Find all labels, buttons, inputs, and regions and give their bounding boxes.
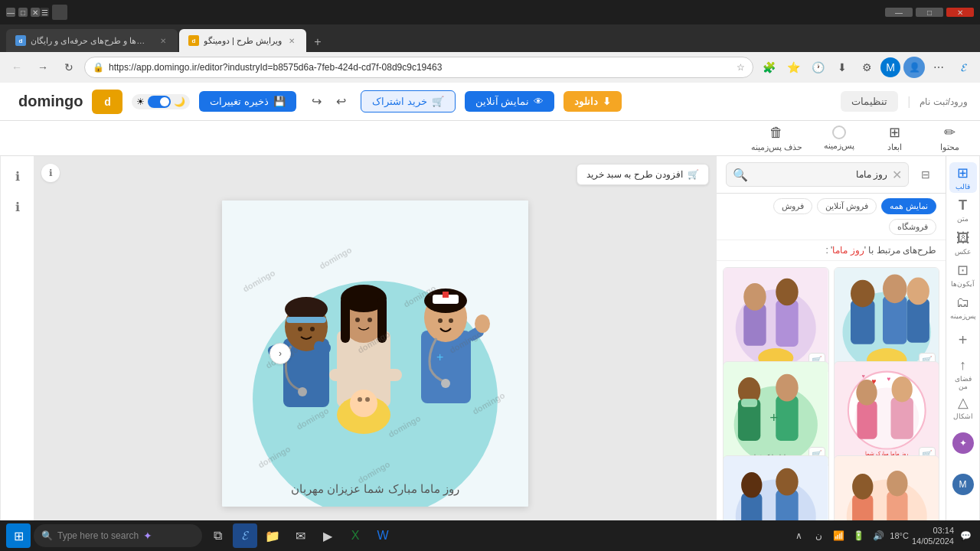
sidebar-shapes[interactable]: △ اشکال bbox=[949, 392, 977, 422]
bookmark-btn[interactable]: ⭐ bbox=[782, 57, 804, 78]
template-card-3[interactable]: ♥ ♥ ♥ روز ماما مبارک شما 🛒 bbox=[834, 361, 940, 468]
preview-btn[interactable]: 👁 نمایش آنلاین bbox=[465, 91, 555, 112]
history-btn[interactable]: 🕐 bbox=[807, 57, 828, 78]
settings-btn[interactable]: تنظیمات bbox=[841, 91, 898, 112]
dark-mode-toggle[interactable]: 🌙 ☀ bbox=[132, 94, 190, 109]
svg-point-20 bbox=[358, 397, 362, 402]
taskbar-clock[interactable]: 03:14 14/05/2024 bbox=[912, 525, 954, 547]
template-card-4[interactable]: + روز ماما مبارک شما 🛒 bbox=[723, 361, 829, 468]
battery-icon[interactable]: 🔋 bbox=[850, 527, 867, 544]
extensions-btn[interactable]: 🧩 bbox=[758, 57, 779, 78]
tag-all[interactable]: نمایش همه bbox=[881, 198, 936, 214]
sidebar-ai-btn[interactable]: M bbox=[880, 57, 900, 77]
sidebar-upload[interactable]: ↑ فضای من bbox=[949, 357, 977, 390]
task-view-btn[interactable]: ⧉ bbox=[205, 523, 230, 548]
title-bar: — □ ✕ ☰ — □ ✕ bbox=[0, 0, 980, 24]
search-bar[interactable]: ✕ 🔍 bbox=[726, 162, 909, 187]
sidebar-photo[interactable]: 🖼 عکس bbox=[949, 227, 977, 258]
restore-window-btn[interactable]: □ bbox=[916, 8, 943, 17]
tab-1-favicon: d bbox=[15, 35, 26, 46]
word-btn[interactable]: W bbox=[371, 523, 395, 548]
terminal-btn[interactable]: ▶ bbox=[315, 523, 340, 548]
close-window-btn[interactable]: ✕ bbox=[946, 8, 974, 17]
svg-point-31 bbox=[441, 379, 450, 388]
sidebar-ai-1[interactable]: ✦ bbox=[949, 424, 977, 462]
tab-2[interactable]: d ویرایش طرح | دومینگو ✕ bbox=[179, 29, 306, 52]
info-icon-1[interactable]: ℹ bbox=[4, 162, 31, 190]
canvas-area: 🛒 افزودن طرح به سبد خرید ℹ bbox=[34, 156, 717, 551]
explorer-btn[interactable]: 📁 bbox=[260, 523, 285, 548]
tray-up-arrow[interactable]: ∧ bbox=[790, 527, 807, 544]
template-card-1[interactable]: روز ماما مبارک شما 🛒 bbox=[834, 267, 940, 373]
filter-btn[interactable]: ⊟ bbox=[915, 164, 936, 185]
sidebar-toggle[interactable]: ☰ bbox=[40, 8, 49, 17]
toolbar-content[interactable]: ✏ محتوا bbox=[931, 124, 968, 152]
close-btn[interactable]: ✕ bbox=[31, 8, 40, 17]
svg-point-10 bbox=[298, 387, 307, 396]
templates-grid: روز ماما مبارک شما 🛒 روز ماما مبارک bbox=[717, 261, 946, 551]
svg-point-26 bbox=[438, 318, 443, 323]
sidebar-ai-2[interactable]: M bbox=[949, 465, 977, 504]
address-bar: ← → ↻ 🔒 https://app.domingo.ir/editor?in… bbox=[0, 52, 980, 83]
tag-online-sale[interactable]: فروش آنلاین bbox=[817, 198, 877, 214]
template-card-2[interactable]: روز ماما مبارک شما 🛒 bbox=[723, 267, 829, 373]
toolbar-delete[interactable]: 🗑 حذف پس‌زمینه bbox=[751, 125, 802, 152]
edge-taskbar-btn[interactable]: 𝓔 bbox=[233, 523, 257, 548]
downloads-btn[interactable]: ⬇ bbox=[831, 57, 853, 78]
toolbar-dimensions[interactable]: ⊞ ابعاد bbox=[876, 124, 913, 152]
forward-btn[interactable]: → bbox=[32, 57, 54, 78]
tab-1-close[interactable]: ✕ bbox=[158, 35, 168, 46]
reload-btn[interactable]: ↻ bbox=[58, 57, 80, 78]
delete-icon: 🗑 bbox=[769, 125, 783, 141]
eye-icon: 👁 bbox=[534, 96, 544, 107]
dimensions-label: ابعاد bbox=[887, 142, 902, 152]
redo-btn[interactable]: ↪ bbox=[305, 91, 327, 112]
download-btn[interactable]: ⬇ دانلود bbox=[564, 91, 622, 112]
svg-text:روز ماما مبارک شما عزیزان مهرب: روز ماما مبارک شما عزیزان مهربان bbox=[291, 482, 459, 496]
undo-btn[interactable]: ↩ bbox=[330, 91, 351, 112]
svg-text:♥: ♥ bbox=[887, 375, 890, 383]
more-tools-btn[interactable]: ⚙ bbox=[856, 57, 877, 78]
search-clear-icon[interactable]: ✕ bbox=[892, 168, 902, 182]
save-btn[interactable]: 💾 ذخیره تغییرات bbox=[199, 91, 296, 112]
settings-btn[interactable]: ⋯ bbox=[928, 57, 949, 78]
new-tab-btn[interactable]: + bbox=[308, 32, 328, 52]
minimize-window-btn[interactable]: — bbox=[885, 8, 913, 17]
sidebar-icons[interactable]: ⊡ آیکون‌ها bbox=[949, 259, 977, 290]
canvas-info-btn[interactable]: ℹ bbox=[41, 164, 60, 182]
results-header: طرح‌های مرتبط با 'روز ماما' : bbox=[717, 240, 946, 261]
tag-sale[interactable]: فروش bbox=[773, 198, 812, 214]
profile-btn[interactable]: 👤 bbox=[903, 57, 925, 78]
app-header: ورود/ثبت نام | تنظیمات ⬇ دانلود 👁 نمایش … bbox=[0, 83, 980, 121]
back-btn[interactable]: ← bbox=[6, 57, 28, 78]
mail-btn[interactable]: ✉ bbox=[288, 523, 312, 548]
notification-btn[interactable]: 💬 bbox=[957, 527, 974, 544]
tag-shop[interactable]: فروشگاه bbox=[889, 219, 936, 235]
search-input[interactable] bbox=[753, 169, 887, 180]
language-icon[interactable]: ن bbox=[810, 527, 827, 544]
panel-collapse-btn[interactable]: › bbox=[270, 343, 291, 364]
svg-text:♥: ♥ bbox=[861, 373, 864, 380]
tab-2-close[interactable]: ✕ bbox=[286, 35, 297, 46]
edit-icon: ✏ bbox=[944, 124, 956, 141]
wifi-icon[interactable]: 📶 bbox=[830, 527, 847, 544]
sidebar-text[interactable]: T متن bbox=[949, 194, 977, 225]
taskbar-search[interactable]: 🔍 Type here to search ✦ bbox=[34, 524, 202, 547]
excel-btn[interactable]: X bbox=[343, 523, 368, 548]
sidebar-templates[interactable]: ⊞ قالب bbox=[949, 162, 977, 193]
info-icon-2[interactable]: ℹ bbox=[4, 193, 31, 220]
sidebar-background[interactable]: 🗂 پس‌زمینه bbox=[949, 292, 977, 323]
sidebar-add[interactable]: + bbox=[949, 324, 977, 355]
start-btn[interactable]: ⊞ bbox=[6, 523, 31, 548]
minimize-btn[interactable]: — bbox=[6, 8, 15, 17]
subscribe-btn[interactable]: 🛒 خرید اشتراک bbox=[361, 90, 456, 112]
star-icon[interactable]: ☆ bbox=[737, 62, 745, 73]
buy-button[interactable]: 🛒 افزودن طرح به سبد خرید bbox=[577, 164, 709, 185]
maximize-btn[interactable]: □ bbox=[18, 8, 28, 17]
toolbar-background[interactable]: پس‌زمینه bbox=[821, 126, 858, 151]
sparkle-icon: ✦ bbox=[143, 530, 152, 542]
url-bar[interactable]: 🔒 https://app.domingo.ir/editor?industry… bbox=[84, 57, 753, 78]
tab-1[interactable]: d قالب‌ها و طرح‌های حرفه‌ای و رایگان ✕ bbox=[6, 29, 178, 52]
auth-btn[interactable]: ورود/ثبت نام bbox=[920, 96, 968, 107]
volume-icon[interactable]: 🔊 bbox=[870, 527, 887, 544]
